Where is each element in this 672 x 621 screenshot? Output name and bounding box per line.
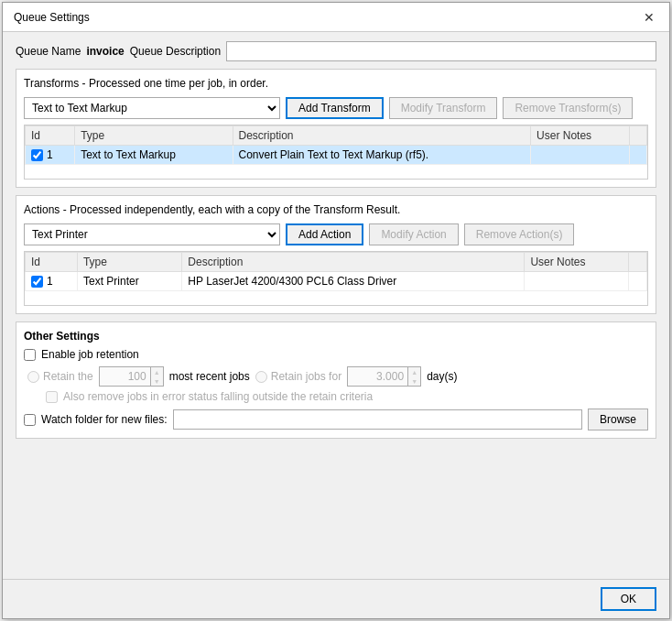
enable-job-retention-checkbox[interactable]	[24, 349, 36, 361]
transforms-row-id-val: 1	[47, 148, 53, 161]
day-label: day(s)	[427, 370, 457, 383]
add-transform-button[interactable]: Add Transform	[286, 97, 384, 119]
actions-row-id-val: 1	[47, 275, 53, 288]
retain-spin-down[interactable]: ▼	[151, 376, 163, 386]
remove-action-button[interactable]: Remove Action(s)	[464, 223, 575, 245]
add-action-button[interactable]: Add Action	[286, 223, 363, 245]
days-value-input-wrap: ▲ ▼	[347, 366, 421, 387]
retain-value-input-wrap: ▲ ▼	[99, 366, 164, 387]
transforms-table-wrapper: Id Type Description User Notes	[24, 125, 648, 180]
transforms-row-id: 1	[26, 146, 75, 165]
actions-col-id: Id	[26, 253, 78, 272]
transforms-row-extra	[629, 146, 646, 165]
most-recent-label: most recent jobs	[169, 370, 250, 383]
retain-jobs-for-radio-label: Retain jobs for	[255, 370, 341, 383]
actions-col-type: Type	[77, 253, 181, 272]
title-bar: Queue Settings ✕	[3, 3, 669, 32]
ok-button[interactable]: OK	[601, 587, 656, 611]
transforms-col-extra	[629, 126, 646, 146]
transforms-toolbar: Text to Text Markup Add Transform Modify…	[24, 97, 648, 119]
actions-toolbar: Text Printer Add Action Modify Action Re…	[24, 223, 648, 245]
days-value-input[interactable]	[348, 367, 407, 386]
actions-col-description: Description	[182, 253, 525, 272]
retain-the-radio-label: Retain the	[27, 370, 93, 383]
actions-section: Actions - Processed independently, each …	[16, 195, 656, 314]
queue-description-input[interactable]	[226, 41, 656, 61]
watch-folder-label: Watch folder for new files:	[41, 413, 168, 426]
retain-spin-up[interactable]: ▲	[151, 367, 163, 376]
also-remove-checkbox[interactable]	[46, 391, 58, 403]
table-row[interactable]: 1 Text Printer HP LaserJet 4200/4300 PCL…	[26, 272, 647, 291]
other-settings-section: Other Settings Enable job retention Reta…	[16, 321, 656, 439]
transforms-section: Transforms - Processed one time per job,…	[16, 69, 656, 188]
queue-name-label: Queue Name	[16, 45, 81, 58]
transforms-col-id: Id	[26, 126, 75, 146]
queue-settings-dialog: Queue Settings ✕ Queue Name invoice Queu…	[2, 2, 670, 619]
actions-row-checkbox[interactable]	[31, 276, 43, 288]
watch-folder-input[interactable]	[173, 409, 582, 430]
table-row[interactable]: 1 Text to Text Markup Convert Plain Text…	[26, 146, 647, 165]
close-button[interactable]: ✕	[640, 8, 658, 27]
transforms-row-usernotes	[531, 146, 630, 165]
watch-folder-checkbox[interactable]	[24, 414, 36, 426]
retain-the-radio[interactable]	[27, 371, 39, 383]
actions-row-extra	[628, 272, 646, 291]
enable-job-retention-label: Enable job retention	[41, 348, 139, 361]
days-spin-up[interactable]: ▲	[408, 367, 420, 376]
queue-name-row: Queue Name invoice Queue Description	[16, 41, 656, 61]
other-settings-title: Other Settings	[24, 330, 648, 343]
actions-row-type: Text Printer	[77, 272, 181, 291]
transforms-row-checkbox[interactable]	[31, 149, 43, 161]
transforms-col-description: Description	[233, 126, 531, 146]
dialog-content: Queue Name invoice Queue Description Tra…	[3, 32, 669, 579]
transforms-row-type: Text to Text Markup	[75, 146, 233, 165]
actions-table-wrapper: Id Type Description User Notes	[24, 251, 648, 306]
watch-folder-row: Watch folder for new files: Browse	[24, 409, 648, 430]
days-spinners: ▲ ▼	[407, 367, 420, 386]
also-remove-label: Also remove jobs in error status falling…	[63, 390, 373, 403]
transforms-dropdown[interactable]: Text to Text Markup	[24, 97, 280, 119]
transforms-col-type: Type	[75, 126, 233, 146]
actions-row-id: 1	[26, 272, 78, 291]
enable-job-retention-row: Enable job retention	[24, 348, 648, 361]
transforms-title: Transforms - Processed one time per job,…	[24, 77, 648, 90]
retain-jobs-for-radio[interactable]	[255, 371, 267, 383]
transforms-col-usernotes: User Notes	[531, 126, 630, 146]
actions-table: Id Type Description User Notes	[25, 252, 647, 291]
actions-row-description: HP LaserJet 4200/4300 PCL6 Class Driver	[182, 272, 525, 291]
actions-row-usernotes	[525, 272, 628, 291]
dialog-footer: OK	[3, 579, 669, 618]
dialog-title: Queue Settings	[14, 11, 90, 24]
retain-jobs-for-label: Retain jobs for	[271, 370, 341, 383]
actions-col-extra	[628, 253, 646, 272]
days-spin-down[interactable]: ▼	[408, 376, 420, 386]
retain-spinners: ▲ ▼	[150, 367, 163, 386]
actions-title: Actions - Processed independently, each …	[24, 203, 648, 216]
retain-the-label: Retain the	[43, 370, 93, 383]
browse-button[interactable]: Browse	[588, 409, 648, 430]
transforms-table: Id Type Description User Notes	[25, 125, 647, 165]
modify-action-button[interactable]: Modify Action	[369, 223, 458, 245]
remove-transform-button[interactable]: Remove Transform(s)	[503, 97, 633, 119]
queue-name-value: invoice	[86, 45, 124, 58]
actions-col-usernotes: User Notes	[525, 253, 628, 272]
queue-description-label: Queue Description	[130, 45, 221, 58]
also-remove-row: Also remove jobs in error status falling…	[24, 390, 648, 403]
transforms-row-description: Convert Plain Text to Text Markup (rf5).	[233, 146, 531, 165]
actions-dropdown[interactable]: Text Printer	[24, 223, 280, 245]
retain-value-input[interactable]	[100, 367, 150, 386]
modify-transform-button[interactable]: Modify Transform	[389, 97, 498, 119]
retain-row: Retain the ▲ ▼ most recent jobs Retain j…	[24, 366, 648, 387]
